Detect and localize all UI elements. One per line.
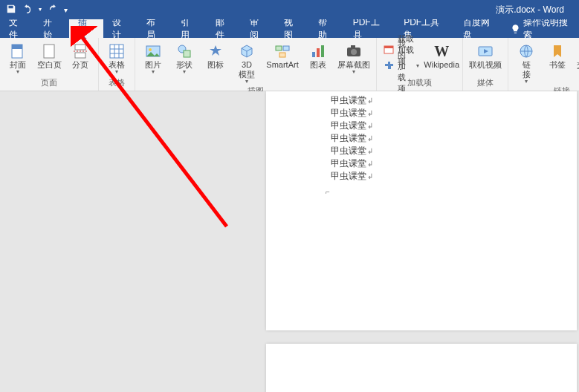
tab-references[interactable]: 引用 (172, 19, 206, 38)
link-button[interactable]: 链 接▾ (511, 41, 541, 85)
tab-baidu[interactable]: 百度网盘 (454, 19, 505, 38)
bookmark-icon (546, 42, 569, 60)
online-video-button[interactable]: 联机视频 (466, 41, 505, 71)
svg-rect-3 (75, 45, 85, 50)
group-links: 链 接▾ 书签 交叉引用 链接 (508, 38, 579, 91)
tab-file[interactable]: 文件 (0, 19, 34, 38)
tab-review[interactable]: 审阅 (241, 19, 275, 38)
save-icon[interactable] (6, 4, 16, 16)
qat-customize-icon[interactable]: ▾ (64, 6, 68, 14)
tab-mailings[interactable]: 邮件 (207, 19, 241, 38)
svg-rect-6 (110, 45, 123, 58)
smartart-icon (271, 42, 294, 60)
svg-rect-4 (75, 53, 85, 58)
tab-home[interactable]: 开始 (34, 19, 68, 38)
svg-rect-12 (283, 46, 289, 50)
group-pages-label: 页面 (41, 77, 57, 91)
icons-button[interactable]: 图标 (201, 41, 230, 71)
cover-page-icon (6, 42, 30, 60)
title-bar: ▾ ▾ 演示.docx - Word (0, 0, 579, 19)
smartart-button[interactable]: SmartArt (263, 41, 302, 71)
page-break-button[interactable]: 分页 (65, 41, 95, 71)
shapes-icon (172, 42, 196, 60)
svg-rect-1 (12, 45, 22, 49)
svg-rect-2 (44, 45, 54, 58)
group-addins: 获取加载项 我的加载项▾ W Wikipedia 加载项 (377, 38, 463, 91)
svg-rect-13 (279, 53, 285, 57)
store-icon (383, 43, 395, 56)
svg-rect-21 (384, 46, 393, 48)
tab-insert[interactable]: 插入 (69, 19, 103, 38)
blank-page-icon (37, 42, 61, 60)
redo-icon[interactable] (48, 4, 58, 16)
group-addins-label: 加载项 (407, 77, 432, 91)
paragraph-mark: ⌐ (326, 188, 330, 196)
ribbon-insert: 封面▾ 空白页 分页 页面 表格▾ 表格 图片▾ (0, 38, 579, 91)
addins-icon (383, 59, 395, 73)
undo-icon[interactable] (22, 4, 33, 16)
wikipedia-icon: W (430, 42, 453, 60)
camera-icon (342, 42, 366, 60)
pictures-button[interactable]: 图片▾ (138, 41, 168, 76)
cover-page-button[interactable]: 封面▾ (3, 41, 33, 76)
svg-rect-14 (312, 52, 315, 57)
svg-rect-11 (276, 46, 282, 50)
document-canvas[interactable]: 甲虫课堂甲虫课堂甲虫课堂甲虫课堂甲虫课堂甲虫课堂甲虫课堂 ⌐ 甲虫课堂甲虫课堂甲… (0, 91, 579, 392)
svg-point-18 (351, 49, 357, 55)
chart-icon (306, 42, 330, 60)
window-title: 演示.docx - Word (496, 4, 564, 16)
tab-view[interactable]: 视图 (275, 19, 309, 38)
chart-button[interactable]: 图表 (303, 41, 333, 71)
tab-design[interactable]: 设计 (103, 19, 138, 38)
svg-rect-15 (317, 48, 320, 57)
link-icon (514, 42, 538, 60)
group-tables-label: 表格 (109, 77, 125, 91)
page-break-icon (68, 42, 92, 60)
table-icon (105, 42, 129, 60)
3d-models-button[interactable]: 3D 模型▾ (232, 41, 262, 85)
group-media-label: 媒体 (477, 77, 494, 91)
group-tables: 表格▾ 表格 (99, 38, 135, 91)
shapes-button[interactable]: 形状▾ (169, 41, 199, 76)
group-pages: 封面▾ 空白页 分页 页面 (0, 38, 99, 91)
undo-dropdown-icon[interactable]: ▾ (39, 7, 42, 12)
quick-access-toolbar: ▾ ▾ (0, 4, 68, 16)
page-1[interactable]: 甲虫课堂甲虫课堂甲虫课堂甲虫课堂甲虫课堂甲虫课堂甲虫课堂 ⌐ (266, 91, 577, 330)
table-button[interactable]: 表格▾ (102, 41, 132, 76)
icons-icon (204, 42, 227, 60)
tell-me-search[interactable]: 操作说明搜索 (505, 19, 579, 38)
page1-text: 甲虫课堂甲虫课堂甲虫课堂甲虫课堂甲虫课堂甲虫课堂甲虫课堂 (331, 94, 373, 183)
svg-point-8 (149, 48, 152, 51)
group-media: 联机视频 媒体 (463, 38, 508, 91)
page-2[interactable]: 甲虫课堂甲虫课堂甲虫课堂甲虫课堂甲虫课堂甲虫课堂 (266, 344, 577, 392)
bookmark-button[interactable]: 书签 (543, 41, 572, 71)
lightbulb-icon (511, 24, 520, 34)
wikipedia-button[interactable]: W Wikipedia (424, 41, 459, 71)
tab-pdf-tool[interactable]: PDF工具 (344, 19, 395, 38)
screenshot-button[interactable]: 屏幕截图▾ (334, 41, 373, 76)
pictures-icon (141, 42, 165, 60)
ribbon-tabs: 文件 开始 插入 设计 布局 引用 邮件 审阅 视图 帮助 PDF工具 PDF工… (0, 19, 579, 38)
cross-reference-button[interactable]: 交叉引用 (574, 41, 579, 71)
svg-rect-19 (351, 45, 355, 48)
video-icon (473, 42, 497, 60)
cube-icon (235, 42, 259, 60)
group-illustrations: 图片▾ 形状▾ 图标 3D 模型▾ SmartArt 图表 (135, 38, 377, 91)
svg-rect-16 (321, 45, 324, 57)
svg-rect-10 (184, 50, 190, 57)
blank-page-button[interactable]: 空白页 (34, 41, 64, 71)
my-addins-button[interactable]: 我的加载项▾ (380, 59, 422, 74)
tab-help[interactable]: 帮助 (309, 19, 343, 38)
tab-layout[interactable]: 布局 (138, 19, 172, 38)
